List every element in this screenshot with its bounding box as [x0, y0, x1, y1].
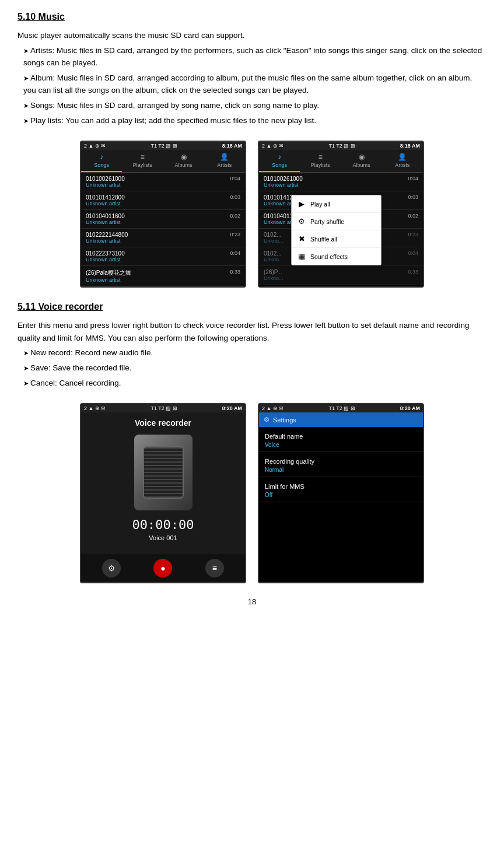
settings-header: ⚙ Settings — [259, 412, 423, 427]
tab-songs-2[interactable]: ♪ Songs — [259, 150, 300, 172]
shuffle-all-icon: ✖ — [296, 235, 307, 243]
page-number: 18 — [18, 597, 487, 606]
song-duration-1-3: 0:23 — [230, 232, 240, 237]
song-artist-2-5: Unkno... — [264, 275, 284, 281]
artists-icon-2: 👤 — [398, 153, 407, 161]
tab-artists-label-1: Artists — [217, 162, 232, 168]
song-artist-1-4: Unknown artist — [86, 257, 125, 262]
song-duration-2-3: 0:23 — [408, 232, 418, 237]
status-bar-3: 2 ▲ ⊕ ✉ T1 T2 ▨ ⊠ 8:20 AM — [81, 404, 245, 412]
song-title-2-4: 0102... — [264, 250, 284, 257]
context-menu-party-shuffle[interactable]: ⚙ Party shuffle — [292, 213, 381, 230]
music-screenshots-row: 2 ▲ ⊕ ✉ T1 T2 ▨ ⊠ 8:18 AM ♪ Songs ≡ Play… — [18, 141, 487, 288]
settings-button[interactable]: ⚙ — [102, 559, 121, 578]
party-shuffle-label: Party shuffle — [310, 218, 344, 225]
settings-ui: ⚙ Settings Default name Voice Recording … — [259, 412, 423, 502]
song-item-1-3[interactable]: 0102222144800 Unknown artist 0:23 — [81, 229, 245, 247]
status-left-icons-1: 2 ▲ ⊕ ✉ — [84, 143, 106, 149]
bullet-playlists: Play lists: You can add a play list; add… — [23, 114, 487, 127]
section-511-heading: 5.11 Voice recorder — [18, 302, 487, 312]
section-511-intro: Enter this menu and press lower right bu… — [18, 319, 487, 344]
vr-screen-2: 2 ▲ ⊕ ✉ T1 T2 ▨ ⊠ 8:20 AM ⚙ Settings Def… — [258, 403, 424, 583]
signal-4: T1 T2 ▨ ⊠ — [328, 405, 355, 411]
section-510: 5.10 Music Music player automatically sc… — [18, 12, 487, 127]
song-artist-1-2: Unknown artist — [86, 219, 125, 225]
albums-icon-1: ◉ — [181, 153, 187, 161]
section-510-heading: 5.10 Music — [18, 12, 487, 22]
context-menu-shuffle-all[interactable]: ✖ Shuffle all — [292, 230, 381, 248]
record-button[interactable]: ● — [153, 559, 172, 578]
settings-item-default-name[interactable]: Default name Voice — [259, 427, 423, 452]
song-duration-1-2: 0:02 — [230, 213, 240, 219]
setting-value-default-name: Voice — [265, 442, 417, 448]
tab-albums-label-1: Albums — [175, 162, 192, 168]
signal-icons-2: T1 T2 ▨ ⊠ — [328, 143, 355, 149]
tab-bar-2: ♪ Songs ≡ Playlists ◉ Albums 👤 Artists — [259, 150, 423, 173]
settings-item-mms[interactable]: Limit for MMS Off — [259, 477, 423, 502]
song-title-1-2: 010104011600 — [86, 213, 125, 219]
tab-bar-1: ♪ Songs ≡ Playlists ◉ Albums 👤 Artists — [81, 150, 245, 173]
tab-playlists-1[interactable]: ≡ Playlists — [122, 150, 163, 172]
recording-timer: 00:00:00 — [87, 517, 239, 532]
status-time-2: 8:18 AM — [400, 143, 420, 149]
tab-artists-2[interactable]: 👤 Artists — [382, 150, 423, 172]
voice-recorder-ui: Voice recorder 00:00:00 Voice 001 — [81, 412, 245, 554]
party-shuffle-icon: ⚙ — [296, 217, 307, 226]
section-511-list: New record: Record new audio file. Save:… — [23, 346, 487, 389]
status-bar-4: 2 ▲ ⊕ ✉ T1 T2 ▨ ⊠ 8:20 AM — [259, 404, 423, 412]
artists-icon-1: 👤 — [220, 153, 229, 161]
vr-controls-bar: ⚙ ● ≡ — [81, 554, 245, 582]
context-menu-play-all[interactable]: ▶ Play all — [292, 195, 381, 213]
signal-icons-4: T1 T2 ▨ ⊠ — [328, 405, 355, 411]
song-artist-1-0: Unknown artist — [86, 182, 125, 188]
song-duration-2-2: 0:02 — [408, 213, 418, 219]
context-menu-sound-effects[interactable]: ▦ Sound effects — [292, 248, 381, 265]
tab-songs-label-2: Songs — [272, 162, 287, 168]
song-title-1-4: 010222373100 — [86, 250, 125, 257]
song-item-1-5[interactable]: (26)Pala樱花之舞 Unknown artist 0:33 — [81, 266, 245, 286]
music-screen-1: 2 ▲ ⊕ ✉ T1 T2 ▨ ⊠ 8:18 AM ♪ Songs ≡ Play… — [80, 141, 246, 288]
song-duration-2-5: 0:33 — [408, 269, 418, 275]
song-item-2-0[interactable]: 010100261000 Unknown artist 0:04 — [259, 173, 423, 191]
status-left-icons-4: 2 ▲ ⊕ ✉ — [262, 405, 284, 411]
bullet-save: Save: Save the recorded file. — [23, 362, 487, 374]
song-title-2-5: (26)P... — [264, 269, 284, 275]
song-list-1: 010100261000 Unknown artist 0:04 0101014… — [81, 173, 245, 286]
song-item-1-4[interactable]: 010222373100 Unknown artist 0:04 — [81, 247, 245, 266]
microphone-image — [134, 435, 192, 510]
song-item-1-1[interactable]: 010101412800 Unknown artist 0:03 — [81, 191, 245, 210]
settings-item-quality[interactable]: Recording quality Normal — [259, 452, 423, 477]
play-all-icon: ▶ — [296, 200, 307, 208]
tab-playlists-2[interactable]: ≡ Playlists — [300, 150, 341, 172]
song-artist-1-3: Unknown artist — [86, 238, 128, 244]
song-artist-2-0: Unknown artist — [264, 182, 303, 188]
song-list-overlay-container: 010100261000 Unknown artist 0:04 0101014… — [259, 173, 423, 285]
song-item-1-2[interactable]: 010104011600 Unknown artist 0:02 — [81, 210, 245, 229]
song-item-2-5[interactable]: (26)P... Unkno... 0:33 — [259, 266, 423, 285]
tab-songs-label-1: Songs — [94, 162, 109, 168]
tab-albums-1[interactable]: ◉ Albums — [163, 150, 204, 172]
song-title-1-1: 010101412800 — [86, 194, 125, 201]
tab-artists-1[interactable]: 👤 Artists — [204, 150, 245, 172]
section-511: 5.11 Voice recorder Enter this menu and … — [18, 302, 487, 389]
song-artist-2-3: Unkno... — [264, 238, 284, 244]
menu-button[interactable]: ≡ — [205, 559, 224, 578]
notification-icons-1: 2 ▲ ⊕ ✉ — [84, 143, 106, 149]
bullet-album: Album: Music files in SD card, arranged … — [23, 72, 487, 97]
status-time-1: 8:18 AM — [222, 143, 242, 149]
vr-screen-1: 2 ▲ ⊕ ✉ T1 T2 ▨ ⊠ 8:20 AM Voice recorder… — [80, 403, 246, 583]
bullet-cancel: Cancel: Cancel recording. — [23, 377, 487, 390]
notification-icons-4: 2 ▲ ⊕ ✉ — [262, 405, 284, 411]
setting-name-mms: Limit for MMS — [265, 483, 417, 490]
tab-albums-2[interactable]: ◉ Albums — [341, 150, 382, 172]
record-icon: ● — [160, 564, 165, 573]
tab-songs-1[interactable]: ♪ Songs — [81, 150, 122, 172]
song-title-1-5: (26)Pala樱花之舞 — [86, 269, 131, 277]
song-title-1-3: 0102222144800 — [86, 232, 128, 238]
tab-playlists-label-1: Playlists — [133, 162, 152, 168]
song-duration-2-4: 0:04 — [408, 250, 418, 256]
menu-icon: ≡ — [212, 564, 217, 573]
song-item-1-0[interactable]: 010100261000 Unknown artist 0:04 — [81, 173, 245, 191]
signal-1: T1 T2 ▨ ⊠ — [150, 143, 177, 149]
bullet-new-record: New record: Record new audio file. — [23, 346, 487, 359]
